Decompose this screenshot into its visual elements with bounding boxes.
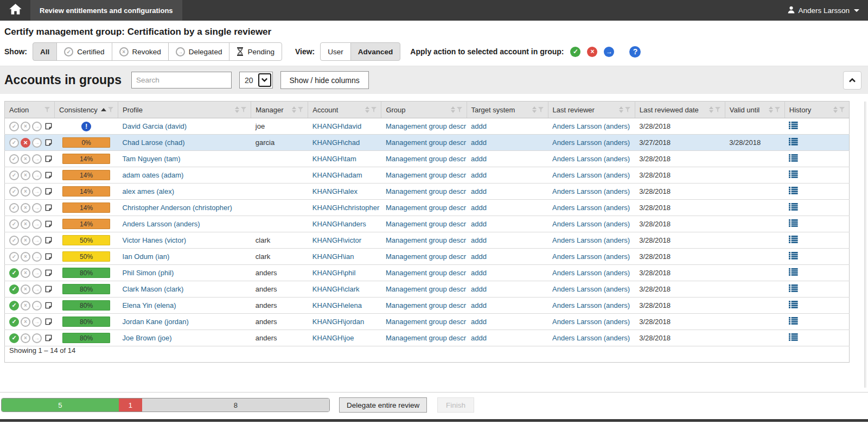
profile-value[interactable]: Jordan Kane (jordan)	[123, 318, 189, 326]
help-button[interactable]: ?	[629, 46, 641, 58]
note-icon[interactable]	[44, 155, 53, 163]
history-icon[interactable]	[789, 154, 798, 162]
delegate-icon[interactable]: →	[32, 284, 42, 294]
search-input[interactable]	[131, 72, 232, 88]
profile-value[interactable]: Elena Yin (elena)	[123, 301, 176, 309]
sort-asc-icon[interactable]	[101, 108, 106, 111]
consistency-alert-icon[interactable]: !	[81, 122, 91, 131]
certify-icon[interactable]: ✓	[9, 138, 19, 148]
filter-funnel-icon[interactable]	[241, 107, 246, 113]
target-value[interactable]: addd	[471, 334, 487, 342]
table-row[interactable]: ✓×→50%Ian Odum (ian)clarkKHANGH\ianManag…	[5, 249, 850, 265]
reviewer-value[interactable]: Anders Larsson (anders)	[552, 155, 630, 163]
reviewer-value[interactable]: Anders Larsson (anders)	[552, 252, 630, 261]
column-header-consistency[interactable]: Consistency	[55, 102, 118, 118]
reviewer-value[interactable]: Anders Larsson (anders)	[552, 301, 630, 309]
history-icon[interactable]	[789, 219, 798, 227]
note-icon[interactable]	[44, 187, 53, 195]
profile-value[interactable]: Chad Larose (chad)	[123, 138, 185, 147]
sort-icon[interactable]	[833, 106, 838, 113]
certify-icon[interactable]: ✓	[9, 219, 19, 229]
account-value[interactable]: KHANGH\tam	[312, 155, 356, 163]
view-advanced-button[interactable]: Advanced	[350, 42, 401, 61]
certify-icon[interactable]: ✓	[9, 203, 19, 213]
filter-funnel-icon[interactable]	[44, 107, 50, 113]
history-icon[interactable]	[789, 317, 798, 325]
note-icon[interactable]	[44, 334, 53, 342]
group-value[interactable]: Management group descr	[386, 138, 466, 147]
revoke-icon[interactable]: ×	[21, 122, 30, 131]
group-value[interactable]: Management group descr	[386, 318, 466, 326]
table-row[interactable]: ✓×→14%Christopher Anderson (christopher)…	[5, 200, 850, 216]
profile-value[interactable]: Ian Odum (ian)	[123, 252, 170, 261]
certify-icon[interactable]: ✓	[9, 284, 19, 294]
revoke-icon[interactable]: ×	[21, 284, 30, 294]
note-icon[interactable]	[44, 301, 53, 309]
profile-value[interactable]: adam oates (adam)	[123, 171, 184, 179]
column-header-valid[interactable]: Valid until	[725, 102, 784, 118]
home-button[interactable]	[0, 0, 30, 21]
group-value[interactable]: Management group descr	[386, 122, 466, 130]
target-value[interactable]: addd	[471, 318, 487, 326]
delegate-entire-review-button[interactable]: Delegate entire review	[339, 397, 427, 413]
revoke-icon[interactable]: ×	[21, 138, 30, 148]
finish-button[interactable]: Finish	[437, 397, 474, 413]
note-icon[interactable]	[44, 204, 53, 212]
target-value[interactable]: addd	[471, 220, 487, 228]
account-value[interactable]: KHANGH\david	[312, 122, 361, 130]
table-row[interactable]: ✓×→14%alex ames (alex)KHANGH\alexManagem…	[5, 183, 850, 200]
account-value[interactable]: KHANGH\anders	[312, 220, 366, 228]
history-icon[interactable]	[789, 236, 798, 243]
history-icon[interactable]	[789, 138, 798, 145]
delegate-icon[interactable]: →	[32, 170, 42, 180]
note-icon[interactable]	[44, 220, 53, 228]
note-icon[interactable]	[44, 252, 53, 261]
revoke-icon[interactable]: ×	[21, 268, 30, 278]
profile-value[interactable]: Anders Larsson (anders)	[123, 220, 200, 228]
delegate-icon[interactable]: →	[32, 301, 42, 311]
revoke-icon[interactable]: ×	[21, 317, 30, 327]
filter-funnel-icon[interactable]	[457, 107, 462, 113]
filter-funnel-icon[interactable]	[715, 107, 720, 113]
group-value[interactable]: Management group descr	[386, 220, 466, 228]
table-row[interactable]: ✓×→!David Garcia (david)joeKHANGH\davidM…	[5, 118, 850, 135]
account-value[interactable]: KHANGH\victor	[312, 236, 361, 244]
profile-value[interactable]: Tam Nguyen (tam)	[123, 155, 181, 163]
user-menu[interactable]: Anders Larsson	[788, 6, 868, 15]
table-row[interactable]: ✓×→0%Chad Larose (chad)garciaKHANGH\chad…	[5, 135, 850, 151]
account-value[interactable]: KHANGH\ian	[312, 252, 354, 261]
profile-value[interactable]: Phil Simon (phil)	[123, 269, 174, 277]
sort-icon[interactable]	[619, 106, 623, 113]
account-value[interactable]: KHANGH\joe	[312, 334, 354, 342]
filter-delegated-button[interactable]: → Delegated	[168, 42, 230, 61]
profile-value[interactable]: Victor Hanes (victor)	[123, 236, 187, 244]
scrollbar-track[interactable]	[864, 102, 866, 388]
column-header-history[interactable]: History	[784, 102, 849, 118]
table-row[interactable]: ✓×→14%adam oates (adam)KHANGH\adamManage…	[5, 167, 850, 183]
filter-certified-button[interactable]: ✓ Certified	[56, 42, 112, 61]
profile-value[interactable]: David Garcia (david)	[123, 122, 187, 130]
revoke-icon[interactable]: ×	[21, 203, 30, 213]
note-icon[interactable]	[44, 122, 53, 130]
revoke-icon[interactable]: ×	[21, 333, 30, 343]
target-value[interactable]: addd	[471, 285, 487, 293]
profile-value[interactable]: alex ames (alex)	[123, 187, 174, 195]
history-icon[interactable]	[789, 203, 798, 211]
profile-value[interactable]: Christopher Anderson (christopher)	[123, 204, 232, 212]
table-row[interactable]: ✓×→14%Anders Larsson (anders)KHANGH\ande…	[5, 216, 850, 232]
note-icon[interactable]	[44, 138, 53, 147]
note-icon[interactable]	[44, 171, 53, 179]
column-header-action[interactable]: Action	[5, 102, 55, 118]
column-header-profile[interactable]: Profile	[118, 102, 251, 118]
history-icon[interactable]	[789, 122, 798, 129]
reviewer-value[interactable]: Anders Larsson (anders)	[552, 220, 630, 228]
account-value[interactable]: KHANGH\phil	[312, 269, 355, 277]
table-row[interactable]: ✓×→80%Elena Yin (elena)andersKHANGH\elen…	[5, 298, 850, 314]
account-value[interactable]: KHANGH\chad	[312, 138, 360, 147]
profile-value[interactable]: Joe Brown (joe)	[123, 334, 172, 342]
group-value[interactable]: Management group descr	[386, 236, 466, 244]
group-value[interactable]: Management group descr	[386, 252, 466, 261]
filter-revoked-button[interactable]: × Revoked	[112, 42, 169, 61]
delegate-icon[interactable]: →	[32, 219, 42, 229]
account-value[interactable]: KHANGH\adam	[312, 171, 362, 179]
